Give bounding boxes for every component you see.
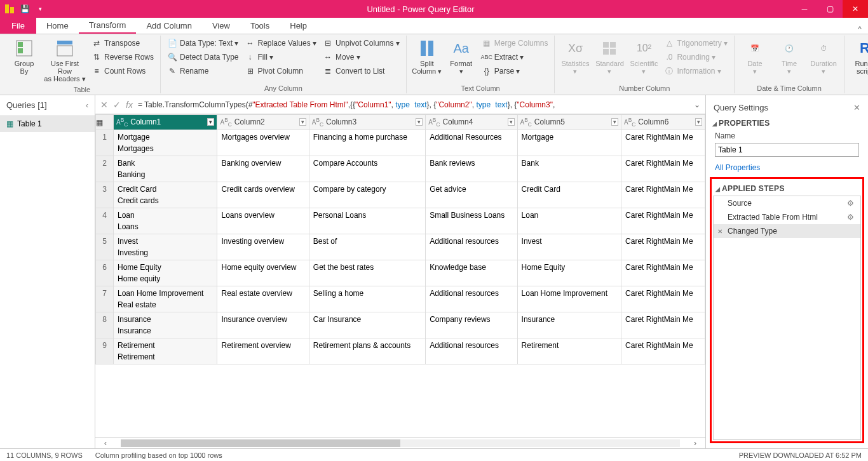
rename-button[interactable]: ✎Rename xyxy=(165,65,241,77)
table-row[interactable]: 2BankBankingBanking overviewCompare Acco… xyxy=(96,156,705,182)
extract-button[interactable]: ABCExtract ▾ xyxy=(479,51,551,63)
cell[interactable]: Personal Loans xyxy=(309,208,425,234)
cell[interactable]: Company reviews xyxy=(426,312,517,338)
gear-icon[interactable]: ⚙ xyxy=(847,199,854,208)
maximize-button[interactable]: ▢ xyxy=(817,0,843,18)
transpose-button[interactable]: ⇄Transpose xyxy=(89,37,156,50)
cell[interactable]: Car Insurance xyxy=(309,312,425,338)
column-header[interactable]: ABCColumn4▾ xyxy=(426,115,517,130)
cell[interactable]: Invest xyxy=(517,234,621,260)
cell[interactable]: Best of xyxy=(309,234,425,260)
detect-data-type-button[interactable]: 🔍Detect Data Type xyxy=(165,51,241,63)
tab-add-column[interactable]: Add Column xyxy=(136,17,202,34)
cell[interactable]: InsuranceInsurance xyxy=(114,312,217,338)
column-header[interactable]: ABCColumn3▾ xyxy=(309,115,425,130)
column-header[interactable]: ABCColumn2▾ xyxy=(217,115,309,130)
row-number[interactable]: 1 xyxy=(96,130,114,156)
run-r-button[interactable]: RRun R script xyxy=(848,37,868,76)
cell[interactable]: Additional Resources xyxy=(426,130,517,156)
cell[interactable]: Insurance overview xyxy=(217,312,309,338)
cell[interactable]: Real estate overview xyxy=(217,286,309,312)
table-row[interactable]: 8InsuranceInsuranceInsurance overviewCar… xyxy=(96,312,705,338)
format-button[interactable]: AaFormat ▾ xyxy=(445,37,478,77)
cancel-formula-icon[interactable]: ✕ xyxy=(100,100,108,110)
pivot-column-button[interactable]: ⊞Pivot Column xyxy=(243,65,320,77)
cell[interactable]: Credit CardCredit cards xyxy=(114,182,217,208)
group-by-button[interactable]: Group By xyxy=(8,37,41,76)
cell[interactable]: Compare by category xyxy=(309,182,425,208)
applied-step[interactable]: Extracted Table From Html⚙ xyxy=(714,210,860,224)
unpivot-button[interactable]: ⊟Unpivot Columns ▾ xyxy=(320,37,402,50)
expand-formula-icon[interactable]: ⌄ xyxy=(694,100,700,109)
replace-values-button[interactable]: ↔Replace Values ▾ xyxy=(243,37,320,50)
applied-steps-header[interactable]: APPLIED STEPS xyxy=(713,180,861,196)
cell[interactable]: Caret RightMain Me xyxy=(621,208,705,234)
fill-button[interactable]: ↓Fill ▾ xyxy=(243,51,320,63)
row-number[interactable]: 8 xyxy=(96,312,114,338)
filter-dropdown-icon[interactable]: ▾ xyxy=(611,118,618,126)
tab-tools[interactable]: Tools xyxy=(240,17,280,34)
cell[interactable]: Caret RightMain Me xyxy=(621,130,705,156)
cell[interactable]: MortgageMortgages xyxy=(114,130,217,156)
fx-icon[interactable]: fx xyxy=(126,100,133,110)
cell[interactable]: Caret RightMain Me xyxy=(621,338,705,364)
split-column-button[interactable]: Split Column ▾ xyxy=(410,37,444,77)
cell[interactable]: Mortgages overview xyxy=(217,130,309,156)
close-settings-icon[interactable]: ✕ xyxy=(853,103,860,112)
close-button[interactable]: ✕ xyxy=(843,0,868,18)
cell[interactable]: Additional resources xyxy=(426,338,517,364)
tab-file[interactable]: File xyxy=(0,17,36,34)
table-row[interactable]: 1MortgageMortgagesMortgages overviewFina… xyxy=(96,130,705,156)
use-first-row-button[interactable]: Use First Row as Headers ▾ xyxy=(42,37,88,84)
cell[interactable]: Caret RightMain Me xyxy=(621,286,705,312)
row-number[interactable]: 7 xyxy=(96,286,114,312)
cell[interactable]: Get the best rates xyxy=(309,260,425,286)
properties-header[interactable]: PROPERTIES xyxy=(710,115,864,130)
cell[interactable]: Additional resources xyxy=(426,286,517,312)
filter-dropdown-icon[interactable]: ▾ xyxy=(416,118,423,126)
corner-cell[interactable]: ▦ xyxy=(96,115,114,130)
cell[interactable]: Knowledge base xyxy=(426,260,517,286)
formula-input[interactable]: = Table.TransformColumnTypes(#"Extracted… xyxy=(138,100,689,109)
column-header[interactable]: ABCColumn5▾ xyxy=(517,115,621,130)
filter-dropdown-icon[interactable]: ▾ xyxy=(695,118,702,126)
cell[interactable]: Retirement overview xyxy=(217,338,309,364)
cell[interactable]: Insurance xyxy=(517,312,621,338)
table-row[interactable]: 5InvestInvestingInvesting overviewBest o… xyxy=(96,234,705,260)
parse-button[interactable]: {}Parse ▾ xyxy=(479,65,551,77)
cell[interactable]: Credit cards overview xyxy=(217,182,309,208)
cell[interactable]: Get advice xyxy=(426,182,517,208)
cell[interactable]: LoanLoans xyxy=(114,208,217,234)
filter-dropdown-icon[interactable]: ▾ xyxy=(508,118,515,126)
cell[interactable]: Loan Home ImprovementReal estate xyxy=(114,286,217,312)
cell[interactable]: Caret RightMain Me xyxy=(621,312,705,338)
row-number[interactable]: 3 xyxy=(96,182,114,208)
cell[interactable]: Home Equity xyxy=(517,260,621,286)
cell[interactable]: Additional resources xyxy=(426,234,517,260)
cell[interactable]: Financing a home purchase xyxy=(309,130,425,156)
cell[interactable]: BankBanking xyxy=(114,156,217,182)
row-number[interactable]: 9 xyxy=(96,338,114,364)
row-number[interactable]: 2 xyxy=(96,156,114,182)
cell[interactable]: Loans overview xyxy=(217,208,309,234)
cell[interactable]: Retirement xyxy=(517,338,621,364)
tab-home[interactable]: Home xyxy=(36,17,79,34)
accept-formula-icon[interactable]: ✓ xyxy=(113,100,121,110)
cell[interactable]: Banking overview xyxy=(217,156,309,182)
table-row[interactable]: 6Home EquityHome equityHome equity overv… xyxy=(96,260,705,286)
cell[interactable]: Credit Card xyxy=(517,182,621,208)
move-button[interactable]: ↔Move ▾ xyxy=(320,51,402,63)
column-header[interactable]: ABCColumn1▾ xyxy=(114,115,217,130)
column-header[interactable]: ABCColumn6▾ xyxy=(621,115,705,130)
tab-help[interactable]: Help xyxy=(280,17,317,34)
cell[interactable]: Mortgage xyxy=(517,130,621,156)
row-number[interactable]: 6 xyxy=(96,260,114,286)
row-number[interactable]: 4 xyxy=(96,208,114,234)
cell[interactable]: Bank reviews xyxy=(426,156,517,182)
cell[interactable]: Small Business Loans xyxy=(426,208,517,234)
qat-dropdown-icon[interactable]: ▾ xyxy=(34,3,46,15)
cell[interactable]: Caret RightMain Me xyxy=(621,234,705,260)
cell[interactable]: Loan Home Improvement xyxy=(517,286,621,312)
table-row[interactable]: 9RetirementRetirementRetirement overview… xyxy=(96,338,705,364)
save-icon[interactable]: 💾 xyxy=(19,3,31,15)
